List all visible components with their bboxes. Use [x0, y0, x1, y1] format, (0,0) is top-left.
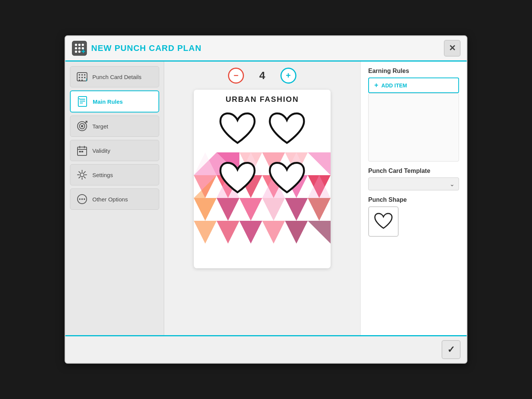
add-item-label: ADD ITEM: [382, 82, 407, 89]
sidebar-label-target: Target: [92, 123, 108, 130]
svg-point-4: [75, 47, 77, 49]
svg-marker-63: [262, 221, 285, 244]
svg-marker-65: [308, 221, 331, 244]
sidebar-item-target[interactable]: Target: [70, 116, 159, 137]
svg-line-25: [79, 98, 80, 99]
svg-marker-61: [217, 221, 239, 244]
heart-bottom-right: [266, 160, 308, 198]
svg-marker-60: [194, 221, 217, 244]
card-hearts-bottom: [194, 152, 331, 198]
settings-icon: [76, 168, 89, 181]
card-title-area: URBAN FASHION: [194, 90, 331, 107]
punch-card-details-icon: i: [76, 70, 89, 83]
app-icon: [71, 40, 87, 56]
svg-rect-35: [81, 151, 83, 152]
sidebar-label-settings: Settings: [92, 172, 113, 178]
svg-point-7: [75, 51, 77, 53]
decrement-button[interactable]: −: [228, 68, 244, 84]
svg-marker-56: [239, 198, 262, 221]
plus-icon: +: [286, 71, 291, 81]
heart-bottom-left: [217, 160, 258, 198]
dialog-header: NEW PUNCH CARD PLAN ✕: [65, 36, 467, 62]
sidebar-item-settings[interactable]: Settings: [70, 164, 159, 185]
heart-top-right: [266, 111, 308, 149]
dialog-body: i Punch Card Details Main Rules: [65, 62, 467, 335]
svg-marker-55: [217, 198, 239, 221]
punch-shape-box[interactable]: [368, 206, 399, 237]
sidebar-item-other-options[interactable]: Other Options: [70, 188, 159, 210]
template-select[interactable]: [368, 177, 459, 190]
card-preview: URBAN FASHION: [194, 90, 331, 268]
sidebar-label-validity: Validity: [92, 147, 110, 154]
template-section: Punch Card Template: [368, 168, 459, 190]
sidebar: i Punch Card Details Main Rules: [65, 62, 164, 335]
main-dialog: NEW PUNCH CARD PLAN ✕: [65, 35, 467, 364]
close-button[interactable]: ✕: [444, 40, 461, 57]
svg-point-39: [81, 198, 83, 200]
right-panel: Earning Rules + ADD ITEM Punch Card Temp…: [360, 62, 467, 335]
svg-point-8: [78, 51, 81, 53]
earning-rules-label: Earning Rules: [368, 68, 459, 74]
sidebar-label-punch-card-details: Punch Card Details: [92, 74, 141, 80]
template-select-wrapper: [368, 177, 459, 190]
sidebar-label-main-rules: Main Rules: [93, 98, 123, 105]
target-icon: [76, 120, 89, 133]
svg-point-6: [82, 47, 84, 49]
svg-marker-58: [285, 198, 308, 221]
punch-shape-label: Punch Shape: [368, 196, 459, 203]
svg-point-18: [79, 79, 80, 81]
svg-point-14: [84, 74, 86, 76]
svg-point-16: [81, 77, 83, 78]
svg-marker-54: [194, 198, 217, 221]
svg-point-28: [81, 125, 83, 127]
card-title: URBAN FASHION: [226, 95, 299, 103]
confirm-button[interactable]: ✓: [442, 340, 461, 359]
svg-rect-34: [79, 151, 81, 152]
other-options-icon: [76, 193, 89, 206]
minus-icon: −: [234, 71, 239, 81]
add-item-button[interactable]: + ADD ITEM: [368, 78, 459, 93]
svg-point-17: [84, 77, 86, 78]
header-left: NEW PUNCH CARD PLAN: [71, 40, 201, 56]
main-content: − 4 + URBAN FASHION: [164, 62, 360, 335]
card-hearts-top: [194, 107, 331, 152]
svg-marker-62: [239, 221, 262, 244]
svg-marker-57: [262, 198, 285, 221]
dialog-title: NEW PUNCH CARD PLAN: [91, 43, 201, 53]
add-item-plus-icon: +: [374, 81, 378, 89]
svg-marker-59: [308, 198, 331, 221]
svg-point-19: [81, 79, 83, 81]
sidebar-label-other-options: Other Options: [92, 196, 128, 203]
svg-point-15: [79, 77, 80, 78]
main-rules-icon: [76, 95, 89, 108]
validity-icon: [76, 144, 89, 157]
earning-rules-section: Earning Rules + ADD ITEM: [368, 68, 459, 162]
svg-point-13: [81, 74, 83, 76]
svg-text:i: i: [86, 78, 87, 82]
svg-point-2: [78, 44, 81, 46]
svg-marker-64: [285, 221, 308, 244]
svg-point-12: [79, 74, 80, 76]
earning-rules-area: [368, 93, 459, 162]
counter-row: − 4 +: [228, 68, 296, 84]
punch-shape-section: Punch Shape: [368, 196, 459, 237]
svg-point-36: [80, 173, 84, 177]
dialog-footer: ✓: [65, 335, 467, 363]
sidebar-item-main-rules[interactable]: Main Rules: [70, 90, 159, 112]
svg-point-38: [79, 198, 81, 200]
increment-button[interactable]: +: [280, 68, 296, 84]
svg-rect-10: [83, 49, 84, 53]
counter-value: 4: [259, 70, 265, 82]
svg-point-5: [78, 47, 81, 49]
template-label: Punch Card Template: [368, 168, 459, 174]
punch-shape-heart-icon: [373, 212, 394, 231]
svg-point-3: [82, 44, 84, 46]
svg-point-1: [75, 44, 77, 46]
sidebar-item-punch-card-details[interactable]: i Punch Card Details: [70, 66, 159, 87]
svg-point-40: [84, 198, 85, 200]
card-bottom-section: [194, 152, 331, 244]
sidebar-item-validity[interactable]: Validity: [70, 140, 159, 161]
heart-top-left: [217, 111, 258, 149]
